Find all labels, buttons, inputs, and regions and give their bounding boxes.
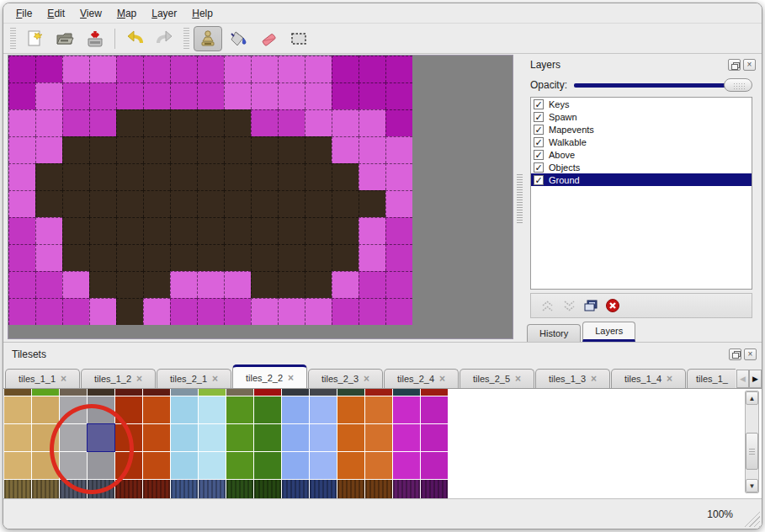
map-tile[interactable] — [143, 244, 170, 271]
menu-layer[interactable]: Layer — [144, 6, 184, 21]
map-tile[interactable] — [8, 244, 35, 271]
tileset-tile[interactable] — [365, 396, 392, 423]
map-tile[interactable] — [89, 82, 116, 109]
map-tile[interactable] — [143, 298, 170, 325]
map-tile[interactable] — [385, 82, 412, 109]
scroll-down-button[interactable]: ▼ — [746, 479, 758, 492]
tileset-tab-tiles_1_3[interactable]: tiles_1_3× — [535, 369, 610, 388]
map-tile[interactable] — [8, 271, 35, 298]
map-tile[interactable] — [251, 217, 278, 244]
tileset-tile[interactable] — [282, 396, 309, 423]
map-tile[interactable] — [62, 217, 89, 244]
map-tile[interactable] — [197, 217, 224, 244]
menu-map[interactable]: Map — [109, 6, 144, 21]
tileset-tile[interactable] — [226, 396, 253, 423]
layer-row-above[interactable]: ✓Above — [531, 148, 752, 161]
dock-tab-history[interactable]: History — [527, 324, 581, 342]
map-tile[interactable] — [251, 136, 278, 163]
tileset-tile-edge[interactable] — [199, 389, 226, 396]
map-tile[interactable] — [224, 298, 251, 325]
tileset-tab-tiles_1_2[interactable]: tiles_1_2× — [81, 369, 156, 388]
layer-visibility-checkbox[interactable]: ✓ — [534, 112, 544, 122]
resize-grip[interactable] — [743, 510, 760, 527]
map-tile[interactable] — [251, 56, 278, 82]
map-tile[interactable] — [305, 271, 332, 298]
tileset-tile[interactable] — [365, 424, 392, 451]
map-tile[interactable] — [305, 163, 332, 190]
map-tile[interactable] — [170, 298, 197, 325]
map-tile[interactable] — [116, 136, 143, 163]
tileset-tile[interactable] — [421, 424, 448, 451]
layer-row-objects[interactable]: ✓Objects — [531, 161, 752, 173]
new-file-button[interactable] — [20, 26, 49, 51]
tileset-tile[interactable] — [32, 480, 59, 498]
tab-close-icon[interactable]: × — [136, 374, 142, 384]
tileset-tile[interactable] — [226, 424, 253, 451]
map-tile[interactable] — [62, 190, 89, 217]
map-tile[interactable] — [359, 109, 385, 136]
tileset-tile[interactable] — [4, 424, 31, 451]
map-tile[interactable] — [278, 244, 305, 271]
tileset-tile[interactable] — [310, 452, 337, 479]
tileset-tile[interactable] — [4, 396, 31, 423]
map-tile[interactable] — [62, 109, 89, 136]
tab-close-icon[interactable]: × — [439, 374, 445, 384]
map-tile[interactable] — [62, 298, 89, 325]
map-tile[interactable] — [62, 136, 89, 163]
close-panel-button[interactable]: × — [743, 59, 756, 71]
map-tile[interactable] — [116, 298, 143, 325]
tileset-tile[interactable] — [337, 480, 364, 498]
map-tile[interactable] — [143, 82, 170, 109]
map-tile[interactable] — [305, 217, 332, 244]
tileset-tile[interactable] — [337, 396, 364, 423]
tileset-tab-tiles_2_3[interactable]: tiles_2_3× — [308, 369, 383, 388]
rect-select-tool-button[interactable] — [284, 26, 313, 51]
map-tile[interactable] — [305, 136, 332, 163]
map-tile[interactable] — [224, 163, 251, 190]
map-tile[interactable] — [332, 271, 359, 298]
map-tile[interactable] — [332, 163, 359, 190]
tileset-tile[interactable] — [171, 424, 198, 451]
map-tile[interactable] — [385, 136, 412, 163]
map-tile[interactable] — [143, 217, 170, 244]
map-canvas[interactable] — [8, 56, 412, 325]
tileset-view[interactable]: ▲ ▼ — [3, 388, 762, 498]
map-tile[interactable] — [197, 109, 224, 136]
map-tile[interactable] — [116, 163, 143, 190]
map-tile[interactable] — [35, 109, 62, 136]
toolbar-grip[interactable] — [183, 28, 189, 50]
tab-close-icon[interactable]: × — [515, 374, 521, 384]
map-tile[interactable] — [8, 163, 35, 190]
layer-row-ground[interactable]: ✓Ground — [531, 173, 752, 186]
tabs-scroll-left-button[interactable]: ◀ — [736, 370, 749, 388]
map-tile[interactable] — [305, 109, 332, 136]
tileset-tile-edge[interactable] — [32, 389, 59, 396]
map-tile[interactable] — [359, 56, 385, 82]
map-tile[interactable] — [332, 82, 359, 109]
map-tile[interactable] — [35, 190, 62, 217]
stamp-tool-button[interactable] — [194, 26, 222, 51]
map-tile[interactable] — [89, 298, 116, 325]
layer-visibility-checkbox[interactable]: ✓ — [534, 162, 544, 173]
close-tilesets-button[interactable]: × — [744, 348, 757, 360]
map-tile[interactable] — [197, 298, 224, 325]
map-tile[interactable] — [359, 82, 385, 109]
map-tile[interactable] — [251, 271, 278, 298]
opacity-slider[interactable] — [574, 78, 752, 92]
scroll-up-button[interactable]: ▲ — [746, 391, 758, 405]
tab-close-icon[interactable]: × — [288, 373, 294, 383]
scrollbar-track[interactable] — [746, 405, 758, 479]
tileset-tile[interactable] — [199, 480, 226, 498]
tileset-tile[interactable] — [226, 480, 253, 498]
toolbar-grip[interactable] — [10, 28, 16, 50]
map-tile[interactable] — [305, 56, 332, 82]
tileset-tile-edge[interactable] — [254, 389, 281, 396]
menu-view[interactable]: View — [72, 6, 109, 21]
map-tile[interactable] — [143, 190, 170, 217]
map-tile[interactable] — [170, 271, 197, 298]
map-tile[interactable] — [8, 56, 35, 82]
redo-button[interactable] — [151, 26, 179, 51]
layer-row-mapevents[interactable]: ✓Mapevents — [531, 123, 752, 136]
tileset-tile[interactable] — [282, 452, 309, 479]
splitter-grip[interactable] — [517, 174, 523, 223]
